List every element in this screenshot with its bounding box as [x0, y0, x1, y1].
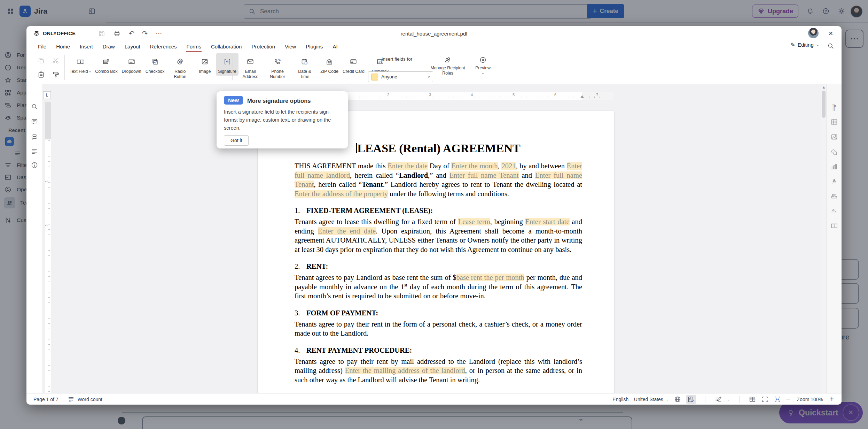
scrollbar-thumb[interactable]	[822, 91, 826, 118]
textbox-settings-icon[interactable]	[830, 221, 838, 230]
textart-settings-icon[interactable]: A	[830, 177, 838, 185]
chat-panel-icon[interactable]	[30, 133, 39, 141]
ribbon-divider	[232, 55, 233, 80]
format-painter-icon[interactable]	[50, 69, 61, 80]
text-run: and	[519, 171, 535, 179]
text-run: Day of	[428, 162, 451, 170]
dropdown-field-button[interactable]: Dropdown	[120, 53, 143, 76]
checkbox-field-button[interactable]: Checkbox	[143, 53, 167, 76]
fit-page-icon[interactable]	[761, 396, 769, 403]
right-indent-marker[interactable]	[580, 95, 584, 98]
sig2-settings-icon[interactable]	[830, 206, 838, 215]
zoom-out-button[interactable]: −	[786, 395, 790, 403]
combo-field-button[interactable]: Combo Box	[93, 53, 119, 76]
word-count-button[interactable]: 12 Word count	[67, 396, 102, 403]
track-changes-icon[interactable]	[714, 396, 722, 403]
document-scrollbar[interactable]: ▲	[821, 84, 827, 393]
manage-recipient-roles-button[interactable]: Manage Recipient Roles	[423, 53, 472, 76]
menu-tab-references[interactable]: References	[146, 42, 181, 51]
info-panel-icon[interactable]	[30, 161, 39, 169]
close-window-button[interactable]: ✕	[826, 29, 835, 38]
language-selector[interactable]: English – United States ⌄	[612, 397, 669, 402]
menu-tab-plugins[interactable]: Plugins	[301, 42, 327, 51]
para-settings-icon[interactable]: ¶	[830, 103, 838, 112]
menu-tab-layout[interactable]: Layout	[120, 42, 145, 51]
menu-tab-view[interactable]: View	[280, 42, 300, 51]
undo-button[interactable]: ↶	[126, 29, 137, 38]
field-button-label: Text Field ˅	[70, 69, 91, 74]
vertical-ruler-number: 2	[45, 224, 49, 227]
zip-field-button[interactable]: ZIP ZIP Code	[318, 53, 341, 76]
document-page[interactable]: LEASE (Rental) AGREEMENT THIS AGREEMENT …	[258, 111, 614, 394]
menu-tab-collaboration[interactable]: Collaboration	[206, 42, 246, 51]
table-settings-icon[interactable]	[830, 117, 838, 126]
text-run: , beginning	[490, 218, 525, 225]
form-field-placeholder[interactable]: Enter the date	[388, 162, 428, 170]
got-it-button[interactable]: Got it	[224, 135, 249, 146]
form-field-placeholder[interactable]: base rent the per month	[456, 274, 524, 281]
search-panel-icon[interactable]	[30, 102, 39, 111]
form-field-placeholder[interactable]: 2021	[501, 162, 516, 170]
comment-panel-icon[interactable]	[30, 117, 39, 126]
signature-field-button[interactable]: Signature	[216, 53, 238, 76]
form-field-placeholder[interactable]: Enter the mailing address of the landlor…	[345, 367, 465, 374]
chevron-down-icon[interactable]: ⌄	[727, 397, 730, 401]
paste-icon[interactable]	[36, 69, 47, 80]
menu-tab-home[interactable]: Home	[52, 42, 75, 51]
copy-icon[interactable]	[36, 55, 47, 66]
imagepanel-settings-icon[interactable]	[830, 132, 838, 141]
shapes-settings-icon[interactable]	[830, 148, 838, 156]
form-field-placeholder[interactable]: Enter the month	[451, 162, 498, 170]
dropdown-icon	[128, 56, 135, 67]
two-page-view-icon[interactable]	[749, 396, 756, 403]
datetime-field-button[interactable]: Date & Time	[291, 53, 318, 81]
statusbar-divider	[63, 396, 63, 403]
preview-button[interactable]: Preview ⌄	[469, 53, 496, 75]
chart-settings-icon[interactable]	[830, 162, 838, 171]
email-field-button[interactable]: Email Address	[237, 53, 264, 81]
scroll-up-arrow[interactable]: ▲	[821, 84, 826, 90]
form-field-placeholder[interactable]: Lease term	[458, 218, 490, 225]
form-field-placeholder[interactable]: Enter the address of the property	[295, 190, 388, 198]
form-field-placeholder[interactable]: Enter start date	[525, 218, 569, 225]
text-run: THIS AGREEMENT made this	[295, 162, 388, 170]
text-run: Landlord	[399, 171, 428, 179]
set-language-globe-icon[interactable]	[674, 396, 681, 403]
onlyoffice-editor-window: ONLYOFFICE ↶ ↷ ⋯ rental_house_agreement.…	[26, 26, 842, 405]
zoom-in-button[interactable]: +	[830, 395, 834, 403]
vertical-ruler[interactable]: 12	[45, 102, 51, 393]
editor-search-icon[interactable]	[827, 42, 835, 50]
image-field-button[interactable]: Image	[194, 53, 216, 76]
page-indicator[interactable]: Page 1 of 7	[33, 397, 58, 402]
save-button[interactable]	[96, 29, 107, 38]
menu-tab-file[interactable]: File	[33, 42, 51, 51]
textfield-field-button[interactable]: Text Field ˅	[68, 53, 93, 76]
mailmerge-settings-icon[interactable]	[830, 192, 838, 200]
section-heading-text: RENT:	[306, 262, 328, 271]
more-tools-button[interactable]: ⋯	[154, 29, 164, 38]
right-panel-rail: ¶A	[826, 84, 842, 393]
phone-field-button[interactable]: Phone Number	[264, 53, 291, 81]
field-button-label: ZIP Code	[320, 69, 338, 74]
onlyoffice-logo: ONLYOFFICE	[33, 30, 76, 37]
spell-check-icon[interactable]: A	[686, 395, 696, 404]
editing-mode-toggle[interactable]: ✎ Editing ⌄	[791, 41, 820, 48]
redo-button[interactable]: ↷	[140, 29, 150, 38]
form-field-placeholder[interactable]: Enter the end date	[318, 227, 376, 235]
recipient-color-swatch	[371, 74, 378, 81]
text-run: , by and between	[516, 162, 566, 170]
fit-width-icon[interactable]	[774, 396, 781, 403]
cut-icon[interactable]	[50, 55, 61, 66]
menu-tab-draw[interactable]: Draw	[98, 42, 119, 51]
menu-tab-insert[interactable]: Insert	[75, 42, 97, 51]
radio-field-button[interactable]: Radio Button	[166, 53, 194, 81]
print-button[interactable]	[112, 29, 122, 38]
menu-tab-forms[interactable]: Forms	[182, 42, 206, 51]
menu-tab-protection[interactable]: Protection	[247, 42, 280, 51]
tab-stop-selector[interactable]: L	[43, 91, 51, 99]
menu-tab-ai[interactable]: AI	[328, 42, 342, 51]
headings-panel-icon[interactable]	[30, 147, 39, 155]
form-field-placeholder[interactable]: Enter full name Tenant	[449, 171, 519, 179]
editor-user-avatar[interactable]	[808, 28, 819, 38]
document-filename: rental_house_agreement.pdf	[401, 31, 468, 37]
